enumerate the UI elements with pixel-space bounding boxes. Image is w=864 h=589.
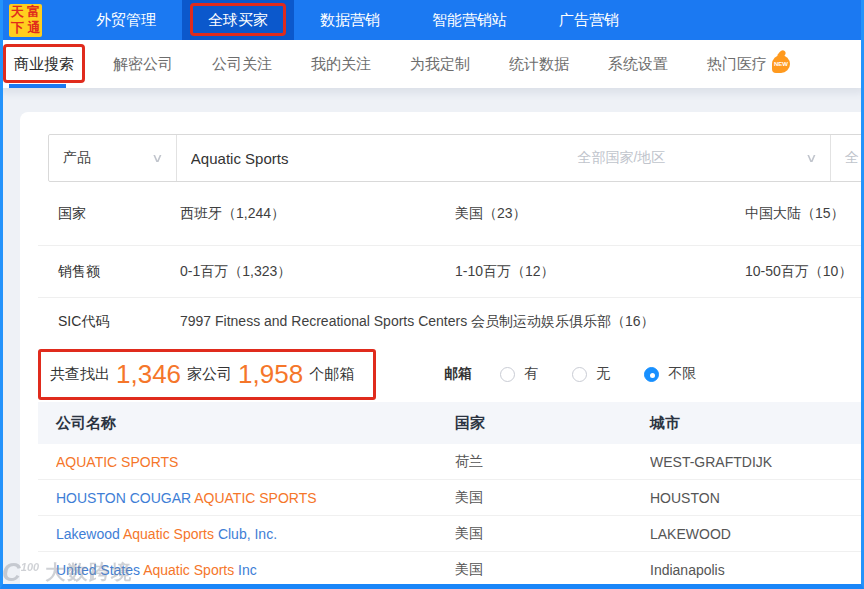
main-content-card: 产品 ∨ 全部国家/地区 ∨ 全 国家西班牙（1,244）美国（23）中国大陆（… bbox=[20, 112, 864, 589]
company-name-link[interactable]: United States Aquatic Sports Inc bbox=[56, 562, 455, 578]
subnav-item-label: 统计数据 bbox=[509, 55, 569, 74]
country-cell: 美国 bbox=[455, 525, 650, 543]
radio-option-无[interactable]: 无 bbox=[572, 365, 610, 383]
filter-label: 销售额 bbox=[38, 263, 180, 281]
subnav-item-label: 我的关注 bbox=[311, 55, 371, 74]
topnav-item-label: 全球买家 bbox=[208, 11, 268, 28]
radio-option-有[interactable]: 有 bbox=[500, 365, 538, 383]
topnav-item-数据营销[interactable]: 数据营销 bbox=[294, 0, 406, 40]
result-summary-row: 共查找出 1,346 家公司 1,958 个邮箱 邮箱有无不限网址有无 bbox=[38, 346, 864, 402]
search-bar: 产品 ∨ 全部国家/地区 ∨ 全 bbox=[48, 134, 864, 182]
brand-logo-char: 通 bbox=[26, 20, 43, 37]
subnav-item-我的关注[interactable]: 我的关注 bbox=[311, 55, 371, 74]
company-name-part: Aquatic Sports bbox=[143, 562, 238, 578]
subnav-item-公司关注[interactable]: 公司关注 bbox=[212, 55, 272, 74]
company-unit: 家公司 bbox=[187, 365, 232, 384]
radio-unchecked-icon[interactable] bbox=[500, 367, 515, 382]
company-name-link[interactable]: HOUSTON COUGAR AQUATIC SPORTS bbox=[56, 490, 455, 506]
brand-logo[interactable]: 天富下通 bbox=[9, 4, 42, 37]
topnav-item-label: 数据营销 bbox=[320, 11, 380, 28]
filter-option[interactable]: 7997 Fitness and Recreational Sports Cen… bbox=[180, 313, 455, 331]
subnav-item-为我定制[interactable]: 为我定制 bbox=[410, 55, 470, 74]
topnav-item-智能营销站[interactable]: 智能营销站 bbox=[406, 0, 533, 40]
city-cell: HOUSTON bbox=[650, 490, 863, 506]
search-input[interactable] bbox=[191, 150, 550, 167]
results-table: 公司名称国家城市SIC代码 AQUATIC SPORTS荷兰WEST-GRAFT… bbox=[38, 402, 864, 588]
filter-option[interactable]: 1-10百万（12） bbox=[455, 263, 745, 281]
table-row: AQUATIC SPORTS荷兰WEST-GRAFTDIJKPubli bbox=[38, 444, 864, 480]
subnav-item-label: 为我定制 bbox=[410, 55, 470, 74]
company-name-link[interactable]: AQUATIC SPORTS bbox=[56, 454, 455, 470]
search-input-wrap bbox=[177, 135, 564, 181]
radio-group-邮箱: 邮箱有无不限 bbox=[444, 365, 730, 383]
radio-unchecked-icon[interactable] bbox=[572, 367, 587, 382]
city-cell: LAKEWOOD bbox=[650, 526, 863, 542]
subnav-item-商业搜索[interactable]: 商业搜索 bbox=[14, 55, 74, 74]
top-navbar: 天富下通 外贸管理全球买家数据营销智能营销站广告营销 bbox=[0, 0, 864, 40]
extra-dropdown-cut[interactable]: 全 bbox=[831, 135, 864, 181]
filter-options: 0-1百万（1,323）1-10百万（12）10-50百万（10） bbox=[180, 263, 864, 281]
topnav-item-外贸管理[interactable]: 外贸管理 bbox=[70, 0, 182, 40]
table-header-cell: 公司名称 bbox=[56, 414, 455, 433]
top-nav-menu: 外贸管理全球买家数据营销智能营销站广告营销 bbox=[70, 0, 645, 40]
topnav-item-label: 广告营销 bbox=[559, 11, 619, 28]
filter-options: 西班牙（1,244）美国（23）中国大陆（15） bbox=[180, 205, 864, 223]
filter-option[interactable]: 0-1百万（1,323） bbox=[180, 263, 455, 281]
company-name-part: Inc bbox=[238, 562, 257, 578]
topnav-item-label: 外贸管理 bbox=[96, 11, 156, 28]
company-name-part: United States bbox=[56, 562, 143, 578]
email-unit: 个邮箱 bbox=[309, 365, 354, 384]
company-name-part: AQUATIC SPORTS bbox=[56, 454, 178, 470]
radio-group-label: 邮箱 bbox=[444, 365, 472, 383]
result-summary: 共查找出 1,346 家公司 1,958 个邮箱 bbox=[38, 349, 376, 400]
search-category-label: 产品 bbox=[63, 149, 91, 167]
radio-option-label: 不限 bbox=[668, 365, 696, 383]
company-name-link[interactable]: Lakewood Aquatic Sports Club, Inc. bbox=[56, 526, 455, 542]
filter-section: 国家西班牙（1,244）美国（23）中国大陆（15）销售额0-1百万（1,323… bbox=[38, 182, 864, 346]
brand-logo-char: 富 bbox=[26, 4, 43, 21]
table-header-cell: 国家 bbox=[455, 414, 650, 433]
country-cell: 荷兰 bbox=[455, 453, 650, 471]
subnav-item-label: 解密公司 bbox=[113, 55, 173, 74]
filter-options: 7997 Fitness and Recreational Sports Cen… bbox=[180, 313, 864, 331]
table-header: 公司名称国家城市SIC代码 bbox=[38, 402, 864, 444]
company-count: 1,346 bbox=[116, 359, 181, 390]
radio-option-不限[interactable]: 不限 bbox=[644, 365, 696, 383]
subnav-item-解密公司[interactable]: 解密公司 bbox=[113, 55, 173, 74]
radio-option-label: 无 bbox=[596, 365, 610, 383]
country-cell: 美国 bbox=[455, 561, 650, 579]
filter-option[interactable]: 西班牙（1,244） bbox=[180, 205, 455, 223]
table-header-cell: 城市 bbox=[650, 414, 863, 433]
filter-label: SIC代码 bbox=[38, 313, 180, 331]
summary-prefix: 共查找出 bbox=[50, 365, 110, 384]
filter-label: 国家 bbox=[38, 205, 180, 223]
brand-logo-char: 天 bbox=[9, 4, 26, 21]
active-tab-indicator bbox=[9, 84, 66, 88]
search-category-dropdown[interactable]: 产品 ∨ bbox=[49, 135, 177, 181]
subnav-item-统计数据[interactable]: 统计数据 bbox=[509, 55, 569, 74]
table-row: HOUSTON COUGAR AQUATIC SPORTS美国HOUSTONLa… bbox=[38, 480, 864, 516]
radio-checked-icon[interactable] bbox=[644, 367, 659, 382]
country-dropdown[interactable]: 全部国家/地区 ∨ bbox=[563, 135, 831, 181]
filter-option[interactable]: 10-50百万（10） bbox=[745, 263, 852, 281]
filter-row-国家: 国家西班牙（1,244）美国（23）中国大陆（15） bbox=[38, 182, 864, 246]
country-placeholder: 全部国家/地区 bbox=[577, 149, 665, 167]
table-row: Lakewood Aquatic Sports Club, Inc.美国LAKE… bbox=[38, 516, 864, 552]
company-name-part: Club, Inc. bbox=[218, 526, 277, 542]
subnav-item-label: 公司关注 bbox=[212, 55, 272, 74]
brand-logo-char: 下 bbox=[9, 20, 26, 37]
city-cell: WEST-GRAFTDIJK bbox=[650, 454, 863, 470]
company-name-part: AQUATIC SPORTS bbox=[194, 490, 316, 506]
topnav-item-广告营销[interactable]: 广告营销 bbox=[533, 0, 645, 40]
subnav-item-label: 系统设置 bbox=[608, 55, 668, 74]
filter-row-SIC代码: SIC代码7997 Fitness and Recreational Sport… bbox=[38, 298, 864, 346]
subnav-item-系统设置[interactable]: 系统设置 bbox=[608, 55, 668, 74]
topnav-item-全球买家[interactable]: 全球买家 bbox=[182, 0, 294, 40]
filter-option[interactable]: 美国（23） bbox=[455, 205, 745, 223]
company-name-part: Aquatic Sports bbox=[123, 526, 218, 542]
city-cell: Indianapolis bbox=[650, 562, 863, 578]
table-row: United States Aquatic Sports Inc美国Indian… bbox=[38, 552, 864, 588]
subnav-item-热门医疗[interactable]: 热门医疗NEW bbox=[707, 55, 790, 74]
sub-navbar: 商业搜索解密公司公司关注我的关注为我定制统计数据系统设置热门医疗NEW bbox=[0, 40, 864, 88]
filter-option[interactable]: 中国大陆（15） bbox=[745, 205, 845, 223]
